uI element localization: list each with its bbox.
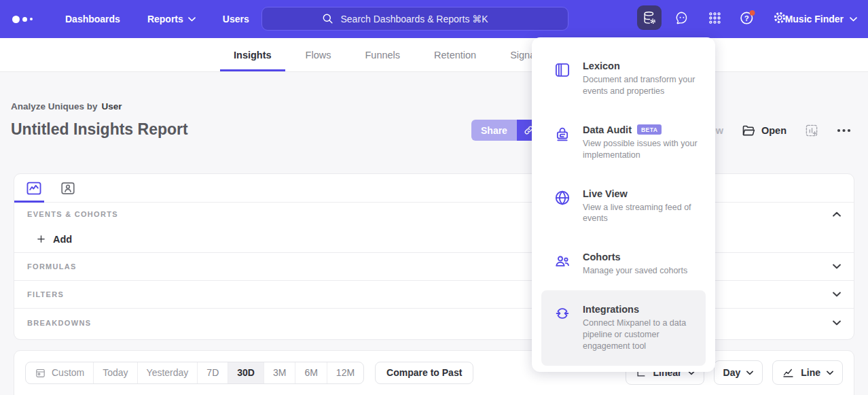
section-formulas[interactable]: FORMULAS	[14, 253, 854, 281]
live-view-icon	[554, 188, 571, 225]
range-12m[interactable]: 12M	[327, 362, 363, 383]
range-3m[interactable]: 3M	[264, 362, 295, 383]
active-view-underline	[14, 201, 44, 203]
data-management-button[interactable]	[637, 5, 662, 30]
range-30d[interactable]: 30D	[228, 362, 264, 383]
beta-badge: BETA	[637, 124, 662, 135]
chevron-down-icon[interactable]	[833, 264, 841, 269]
range-yesterday-label: Yesterday	[147, 367, 189, 378]
events-cohorts-label: EVENTS & COHORTS	[27, 210, 118, 218]
menu-item-lexicon[interactable]: Lexicon Document and transform your even…	[541, 47, 706, 111]
chart-type-dropdown[interactable]: Line	[772, 360, 843, 385]
context-value[interactable]: User	[102, 101, 122, 111]
chevron-down-icon	[188, 17, 196, 22]
interval-label: Day	[723, 367, 741, 378]
nav-reports[interactable]: Reports	[147, 14, 196, 24]
range-7d-label: 7D	[206, 367, 219, 378]
share-button[interactable]: Share	[471, 120, 517, 141]
folder-icon	[741, 123, 756, 138]
menu-lexicon-title: Lexicon	[583, 61, 620, 71]
tab-funnels[interactable]: Funnels	[351, 38, 414, 71]
ellipsis-icon	[837, 128, 851, 133]
line-chart-icon	[782, 366, 795, 379]
more-options-button[interactable]	[837, 128, 851, 133]
tab-funnels-label: Funnels	[365, 50, 400, 61]
menu-live-view-title: Live View	[583, 188, 628, 199]
view-tab-metrics[interactable]	[24, 178, 44, 199]
notification-dot	[750, 10, 755, 16]
nav-dashboards[interactable]: Dashboards	[65, 14, 120, 24]
menu-integrations-title: Integrations	[583, 304, 639, 315]
mixpanel-logo[interactable]	[12, 16, 43, 23]
data-management-icon	[642, 10, 657, 25]
chevron-down-icon	[746, 371, 753, 375]
apps-grid-button[interactable]	[702, 5, 727, 30]
nav-users-label: Users	[223, 14, 249, 24]
filters-label: FILTERS	[27, 290, 64, 298]
help-icon: ?	[739, 10, 755, 26]
add-label: Add	[53, 234, 72, 245]
query-builder-card: EVENTS & COHORTS Add FORMULAS FILTERS BR…	[14, 173, 854, 340]
menu-item-live-view[interactable]: Live View View a live streaming feed of …	[541, 175, 706, 239]
report-tabbar: Insights Flows Funnels Retention Signal …	[0, 38, 868, 72]
integrations-icon	[554, 304, 571, 352]
plus-icon	[36, 234, 46, 244]
tab-insights-label: Insights	[234, 50, 272, 61]
range-yesterday[interactable]: Yesterday	[137, 362, 198, 383]
data-management-menu: Lexicon Document and transform your even…	[532, 37, 715, 372]
share-label: Share	[481, 125, 507, 136]
svg-text:?: ?	[744, 14, 749, 22]
range-12m-label: 12M	[336, 367, 355, 378]
compare-label: Compare to Past	[386, 367, 462, 378]
share-split-button: Share	[471, 120, 541, 141]
range-7d[interactable]: 7D	[197, 362, 228, 383]
add-event-button[interactable]: Add	[14, 226, 854, 253]
top-navigation-bar: Dashboards Reports Users	[0, 0, 868, 38]
view-tab-profiles[interactable]	[58, 178, 78, 199]
chevron-down-icon[interactable]	[833, 320, 841, 326]
help-button[interactable]: ?	[735, 5, 759, 30]
data-audit-icon	[554, 124, 571, 161]
nav-users[interactable]: Users	[223, 14, 249, 24]
range-custom[interactable]: Custom	[26, 362, 93, 383]
section-filters[interactable]: FILTERS	[14, 281, 854, 309]
range-today-label: Today	[103, 367, 128, 378]
tab-flows[interactable]: Flows	[292, 38, 345, 71]
global-search[interactable]	[261, 7, 568, 31]
interval-dropdown[interactable]: Day	[714, 360, 763, 385]
formulas-label: FORMULAS	[27, 262, 77, 271]
tab-retention[interactable]: Retention	[420, 38, 490, 71]
apps-grid-icon	[708, 11, 722, 25]
menu-item-data-audit[interactable]: Data Audit BETA View possible issues wit…	[541, 111, 706, 175]
range-custom-label: Custom	[52, 367, 84, 378]
range-today[interactable]: Today	[93, 362, 137, 383]
open-label: Open	[761, 125, 786, 136]
section-breakdowns[interactable]: BREAKDOWNS	[14, 309, 854, 337]
menu-lexicon-description: Document and transform your events and p…	[583, 74, 698, 97]
profiles-icon	[60, 180, 76, 196]
page-title[interactable]: Untitled Insights Report	[11, 120, 188, 139]
lexicon-icon	[554, 61, 571, 97]
nav-dashboards-label: Dashboards	[65, 14, 120, 24]
cohorts-icon	[554, 252, 571, 277]
range-6m[interactable]: 6M	[295, 362, 326, 383]
project-switcher[interactable]: Music Finder	[785, 0, 857, 38]
menu-data-audit-title: Data Audit	[583, 124, 632, 135]
tab-insights[interactable]: Insights	[220, 38, 285, 71]
section-events-cohorts[interactable]: EVENTS & COHORTS	[14, 203, 854, 226]
range-3m-label: 3M	[273, 367, 286, 378]
open-report-button[interactable]: Open	[741, 123, 786, 138]
menu-item-integrations[interactable]: Integrations Connect Mixpanel to a data …	[541, 290, 706, 366]
menu-item-cohorts[interactable]: Cohorts Manage your saved cohorts	[541, 238, 706, 290]
breakdowns-label: BREAKDOWNS	[27, 319, 91, 327]
context-prefix: Analyze Uniques by	[11, 101, 98, 111]
search-input[interactable]	[341, 14, 509, 24]
chevron-up-icon[interactable]	[833, 211, 841, 217]
chevron-down-icon	[827, 371, 833, 375]
chart-toolbar-card: Custom Today Yesterday 7D 30D 3M 6M 12M …	[14, 350, 854, 395]
range-6m-label: 6M	[304, 367, 317, 378]
messages-button[interactable]	[670, 5, 694, 30]
compare-to-past-button[interactable]: Compare to Past	[375, 362, 473, 384]
add-to-dashboard-button[interactable]	[804, 123, 819, 138]
chevron-down-icon[interactable]	[833, 292, 841, 297]
